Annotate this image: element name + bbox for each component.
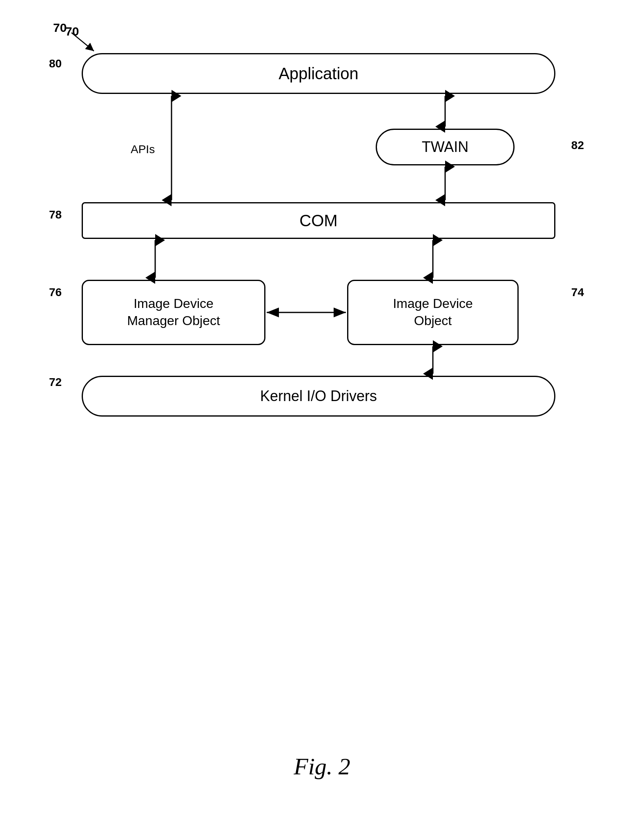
svg-text:70: 70 bbox=[53, 21, 67, 34]
svg-line-10 bbox=[71, 33, 94, 51]
ref-label-76: 76 bbox=[49, 286, 62, 299]
kernel-box: Kernel I/O Drivers bbox=[82, 376, 555, 417]
ref-70-arrow: 70 bbox=[53, 20, 102, 61]
apis-label: APIs bbox=[131, 143, 155, 156]
figure-label: Fig. 2 bbox=[294, 753, 350, 780]
image-device-object-box: Image DeviceObject bbox=[347, 280, 519, 345]
application-box: Application bbox=[82, 53, 555, 94]
ref-label-74: 74 bbox=[571, 286, 584, 299]
ref-label-82: 82 bbox=[571, 139, 584, 152]
twain-box: TWAIN bbox=[376, 129, 515, 165]
com-box: COM bbox=[82, 202, 555, 239]
diagram-container: 80 82 78 76 74 72 Application TWAIN COM … bbox=[49, 53, 596, 543]
ref-label-78: 78 bbox=[49, 208, 62, 221]
image-device-manager-box: Image DeviceManager Object bbox=[82, 280, 265, 345]
ref-label-72: 72 bbox=[49, 376, 62, 389]
